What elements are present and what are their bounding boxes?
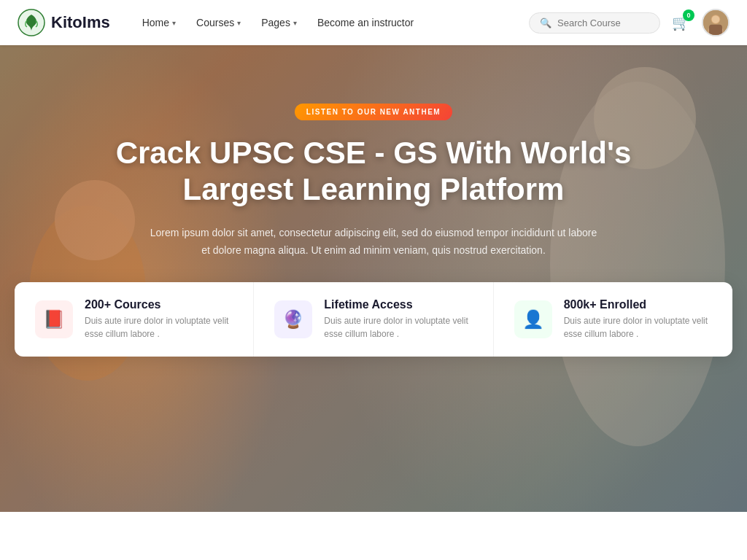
chevron-down-icon: ▾	[172, 19, 176, 27]
access-icon: 🔮	[282, 309, 304, 330]
enrolled-desc: Duis aute irure dolor in voluptate velit…	[564, 314, 712, 341]
svg-point-4	[712, 15, 720, 23]
logo-icon	[18, 9, 45, 36]
hero-subtitle: Lorem ipsum dolor sit amet, consectetur …	[147, 225, 600, 260]
courses-icon: 📕	[43, 309, 65, 330]
chevron-down-icon: ▾	[237, 19, 241, 27]
brand-name: KitoIms	[51, 13, 110, 32]
enrolled-icon: 👤	[522, 309, 544, 330]
nav-become-instructor[interactable]: Become an instructor	[309, 11, 422, 34]
stat-courses: 📕 200+ Cources Duis aute irure dolor in …	[15, 282, 254, 357]
access-title: Lifetime Access	[324, 298, 472, 311]
enrolled-title: 800k+ Enrolled	[564, 298, 712, 311]
hero-title: Crack UPSC CSE - GS With World's Largest…	[73, 135, 674, 209]
hero-content: LISTEN TO OUR NEW ANTHEM Crack UPSC CSE …	[0, 45, 747, 319]
cart-button[interactable]: 🛒 0	[672, 14, 690, 31]
brand-logo[interactable]: KitoIms	[18, 9, 110, 36]
stats-bar: 📕 200+ Cources Duis aute irure dolor in …	[15, 282, 732, 357]
search-input[interactable]	[557, 18, 649, 28]
hero-badge: LISTEN TO OUR NEW ANTHEM	[295, 104, 452, 120]
courses-desc: Duis aute irure dolor in voluptate velit…	[85, 314, 233, 341]
courses-title: 200+ Cources	[85, 298, 233, 311]
chevron-down-icon: ▾	[293, 19, 297, 27]
nav-pages[interactable]: Pages ▾	[252, 11, 306, 34]
nav-links: Home ▾ Courses ▾ Pages ▾ Become an instr…	[133, 11, 529, 34]
stat-access: 🔮 Lifetime Access Duis aute irure dolor …	[254, 282, 493, 357]
user-avatar[interactable]	[702, 9, 729, 36]
search-icon: 🔍	[540, 18, 551, 28]
cart-badge: 0	[683, 9, 694, 21]
access-desc: Duis aute irure dolor in voluptate velit…	[324, 314, 472, 341]
svg-rect-5	[709, 25, 722, 35]
enrolled-icon-wrap: 👤	[514, 300, 552, 338]
courses-icon-wrap: 📕	[35, 300, 73, 338]
access-icon-wrap: 🔮	[274, 300, 312, 338]
stat-enrolled: 👤 800k+ Enrolled Duis aute irure dolor i…	[494, 282, 732, 357]
nav-home[interactable]: Home ▾	[133, 11, 185, 34]
navbar-right: 🔍 🛒 0	[529, 9, 729, 36]
navbar: KitoIms Home ▾ Courses ▾ Pages ▾ Become …	[0, 0, 747, 45]
nav-courses[interactable]: Courses ▾	[187, 11, 249, 34]
search-box[interactable]: 🔍	[529, 12, 660, 34]
hero-section: LISTEN TO OUR NEW ANTHEM Crack UPSC CSE …	[0, 45, 747, 512]
